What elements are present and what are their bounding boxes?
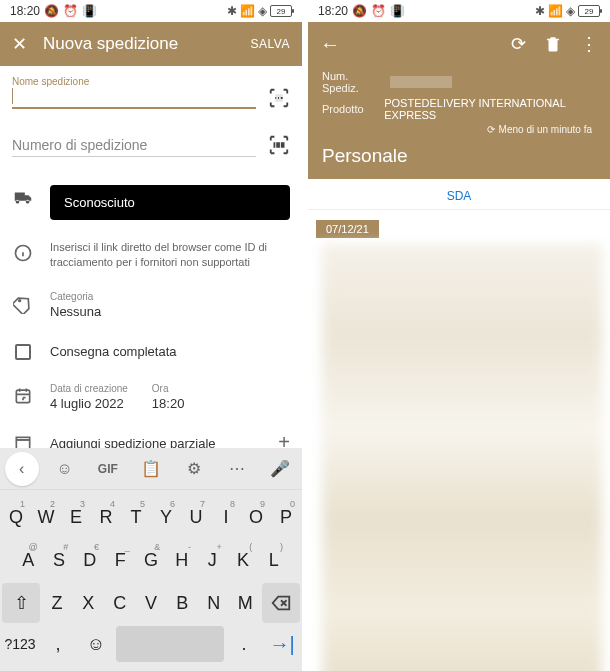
status-bar: 18:20 🔕 ⏰ 📳 ✱ 📶 ◈ 29 <box>0 0 302 22</box>
vibrate-icon: 📳 <box>82 4 97 18</box>
kb-row-2: @A #S €D _F &G -H +J (K )L <box>2 540 300 580</box>
close-icon[interactable]: ✕ <box>12 33 27 55</box>
key-f[interactable]: _F <box>106 540 135 580</box>
barcode-scan-icon[interactable] <box>268 134 290 156</box>
name-label: Nome spedizione <box>12 76 290 87</box>
key-e[interactable]: 3E <box>62 497 90 537</box>
key-t[interactable]: 5T <box>122 497 150 537</box>
key-u[interactable]: 7U <box>182 497 210 537</box>
status-bar: 18:20 🔕 ⏰ 📳 ✱ 📶 ◈ 29 <box>308 0 610 22</box>
created-value: 4 luglio 2022 <box>50 396 128 411</box>
key-s[interactable]: #S <box>45 540 74 580</box>
tracking-input[interactable] <box>12 133 256 157</box>
mic-icon[interactable]: 🎤 <box>263 452 297 486</box>
completed-row[interactable]: Consegna completata <box>0 329 302 373</box>
created-label: Data di creazione <box>50 383 128 394</box>
alarm-icon: ⏰ <box>371 4 386 18</box>
key-p[interactable]: 0P <box>272 497 300 537</box>
checkbox[interactable] <box>12 341 34 363</box>
shipment-detail-screen: 18:20 🔕 ⏰ 📳 ✱ 📶 ◈ 29 ← ⟳ ⋮ <box>308 0 610 671</box>
key-a[interactable]: @A <box>14 540 43 580</box>
key-x[interactable]: X <box>74 583 103 623</box>
info-row: Inserisci il link diretto del browser co… <box>0 230 302 281</box>
carrier-tab[interactable]: SDA <box>308 179 610 210</box>
refresh-small-icon: ⟳ <box>487 124 495 135</box>
key-v[interactable]: V <box>136 583 165 623</box>
key-j[interactable]: +J <box>198 540 227 580</box>
product-label: Prodotto <box>322 103 372 115</box>
key-enter[interactable]: →| <box>264 626 300 662</box>
mute-icon: 🔕 <box>44 4 59 18</box>
key-k[interactable]: (K <box>229 540 258 580</box>
product-value: POSTEDELIVERY INTERNATIONAL EXPRESS <box>384 97 596 121</box>
key-y[interactable]: 6Y <box>152 497 180 537</box>
key-d[interactable]: €D <box>75 540 104 580</box>
tracking-label: Num. Spediz. <box>322 70 378 94</box>
key-g[interactable]: &G <box>137 540 166 580</box>
key-r[interactable]: 4R <box>92 497 120 537</box>
key-symbols[interactable]: ?123 <box>2 626 38 662</box>
svg-point-2 <box>19 300 21 302</box>
time-label: Ora <box>152 383 185 394</box>
tag-icon <box>12 293 34 315</box>
key-w[interactable]: 2W <box>32 497 60 537</box>
status-time: 18:20 <box>318 4 348 18</box>
info-icon <box>12 242 34 264</box>
category-label: Categoria <box>50 291 290 302</box>
svg-rect-3 <box>16 390 29 403</box>
status-time: 18:20 <box>10 4 40 18</box>
clipboard-icon[interactable]: 📋 <box>134 452 168 486</box>
barcode-scan-icon[interactable] <box>268 87 290 109</box>
key-n[interactable]: N <box>199 583 228 623</box>
created-row[interactable]: Data di creazione 4 luglio 2022 Ora 18:2… <box>0 373 302 421</box>
key-backspace[interactable] <box>262 583 300 623</box>
sync-text: Meno di un minuto fa <box>499 124 592 135</box>
delete-icon[interactable] <box>544 35 562 53</box>
mute-icon: 🔕 <box>352 4 367 18</box>
completed-label: Consegna completata <box>50 344 290 359</box>
key-space[interactable] <box>116 626 224 662</box>
key-l[interactable]: )L <box>259 540 288 580</box>
bluetooth-icon: ✱ <box>227 4 237 18</box>
signal-icon: 📶 <box>240 4 255 18</box>
carrier-row[interactable]: Sconosciuto <box>0 175 302 230</box>
key-h[interactable]: -H <box>167 540 196 580</box>
gif-button[interactable]: GIF <box>91 452 125 486</box>
tracking-value-redacted <box>390 76 452 88</box>
wifi-icon: ◈ <box>566 4 575 18</box>
sync-icon[interactable]: ⟳ <box>511 33 526 55</box>
more-icon[interactable]: ⋮ <box>580 33 598 55</box>
key-o[interactable]: 9O <box>242 497 270 537</box>
key-comma[interactable]: , <box>40 626 76 662</box>
keyboard: ‹ ☺ GIF 📋 ⚙ ⋯ 🎤 1Q 2W 3E 4R 5T 6Y 7U 8I <box>0 448 302 671</box>
category-value: Nessuna <box>50 304 290 319</box>
shipment-title: Personale <box>308 135 610 167</box>
key-m[interactable]: M <box>230 583 259 623</box>
carrier-pill: Sconosciuto <box>50 185 290 220</box>
settings-icon[interactable]: ⚙ <box>177 452 211 486</box>
bluetooth-icon: ✱ <box>535 4 545 18</box>
kb-collapse-icon[interactable]: ‹ <box>5 452 39 486</box>
back-icon[interactable]: ← <box>320 33 340 56</box>
key-i[interactable]: 8I <box>212 497 240 537</box>
sticker-icon[interactable]: ☺ <box>48 452 82 486</box>
info-text: Inserisci il link diretto del browser co… <box>50 240 290 271</box>
alarm-icon: ⏰ <box>63 4 78 18</box>
key-emoji[interactable]: ☺ <box>78 626 114 662</box>
time-value: 18:20 <box>152 396 185 411</box>
name-input[interactable] <box>12 87 256 109</box>
more-icon[interactable]: ⋯ <box>220 452 254 486</box>
key-c[interactable]: C <box>105 583 134 623</box>
category-row[interactable]: Categoria Nessuna <box>0 281 302 329</box>
key-z[interactable]: Z <box>42 583 71 623</box>
save-button[interactable]: SALVA <box>251 37 290 51</box>
kb-row-3: ⇧ Z X C V B N M <box>2 583 300 623</box>
key-shift[interactable]: ⇧ <box>2 583 40 623</box>
key-period[interactable]: . <box>226 626 262 662</box>
signal-icon: 📶 <box>548 4 563 18</box>
truck-icon <box>12 187 34 209</box>
app-header: ✕ Nuova spedizione SALVA <box>0 22 302 66</box>
svg-rect-5 <box>16 437 29 440</box>
key-b[interactable]: B <box>168 583 197 623</box>
key-q[interactable]: 1Q <box>2 497 30 537</box>
